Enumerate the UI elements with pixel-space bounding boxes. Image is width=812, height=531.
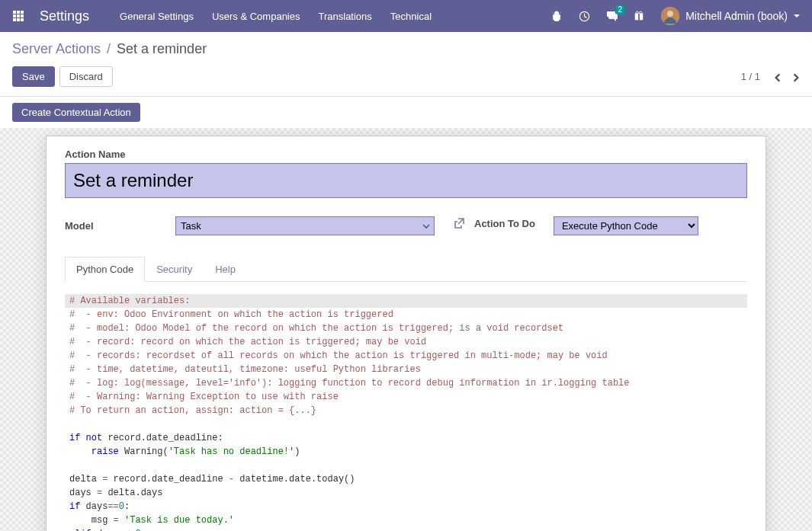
tab-security[interactable]: Security [145, 257, 204, 282]
action-name-input[interactable] [65, 163, 747, 198]
avatar [661, 7, 679, 25]
clock-icon[interactable] [579, 10, 591, 22]
svg-rect-3 [13, 14, 16, 18]
apps-icon[interactable] [12, 10, 24, 22]
bug-icon[interactable] [551, 10, 563, 22]
user-name: Mitchell Admin (book) [685, 10, 788, 22]
svg-rect-5 [21, 14, 24, 18]
nav-menu-general[interactable]: General Settings [120, 11, 194, 22]
pager: 1 / 1 [741, 71, 800, 82]
svg-rect-1 [17, 11, 20, 14]
nav-menu-technical[interactable]: Technical [390, 11, 432, 22]
action-todo-select[interactable]: Execute Python Code [554, 216, 698, 235]
save-button[interactable]: Save [12, 66, 55, 87]
gift-icon[interactable] [634, 10, 646, 22]
svg-rect-6 [13, 18, 16, 21]
tabs: Python Code Security Help # Available va… [65, 257, 747, 531]
nav-menu-users[interactable]: Users & Companies [212, 11, 300, 22]
breadcrumb: Server Actions / Set a reminder [0, 32, 812, 63]
action-name-label: Action Name [65, 149, 747, 160]
code-editor[interactable]: # Available variables: # - env: Odoo Env… [65, 291, 747, 531]
action-bar: Save Discard 1 / 1 [0, 63, 812, 97]
model-input[interactable] [175, 216, 435, 235]
user-menu[interactable]: Mitchell Admin (book) [661, 7, 800, 25]
breadcrumb-parent[interactable]: Server Actions [12, 41, 101, 57]
app-title[interactable]: Settings [40, 8, 89, 24]
form-area: Action Name Model Action To Do Ex [0, 128, 812, 531]
action-todo-label: Action To Do [474, 218, 535, 229]
chat-icon[interactable]: 2 [606, 10, 618, 22]
sub-action-bar: Create Contextual Action [0, 97, 812, 128]
pager-text: 1 / 1 [741, 71, 760, 82]
discard-button[interactable]: Discard [59, 66, 113, 87]
svg-rect-0 [13, 11, 16, 14]
nav-menu-translations[interactable]: Translations [319, 11, 372, 22]
caret-down-icon [794, 14, 800, 18]
svg-rect-2 [21, 11, 24, 14]
create-contextual-button[interactable]: Create Contextual Action [12, 103, 140, 122]
chat-badge: 2 [616, 5, 625, 14]
nav-right: 2 Mitchell Admin (book) [551, 7, 800, 25]
pager-next-icon[interactable] [791, 72, 800, 82]
svg-point-16 [667, 11, 673, 17]
form-sheet: Action Name Model Action To Do Ex [46, 136, 766, 531]
pager-prev-icon[interactable] [772, 72, 782, 82]
svg-rect-8 [21, 18, 24, 21]
breadcrumb-sep: / [107, 41, 111, 57]
breadcrumb-current: Set a reminder [117, 41, 207, 57]
svg-rect-7 [17, 18, 20, 21]
tab-python-code[interactable]: Python Code [65, 257, 145, 282]
tab-help[interactable]: Help [204, 257, 247, 282]
svg-rect-12 [638, 14, 640, 21]
svg-rect-4 [17, 14, 20, 18]
external-link-icon[interactable] [453, 216, 467, 230]
model-label: Model [65, 220, 175, 232]
nav-menu: General Settings Users & Companies Trans… [120, 11, 551, 22]
top-nav: Settings General Settings Users & Compan… [0, 0, 812, 32]
